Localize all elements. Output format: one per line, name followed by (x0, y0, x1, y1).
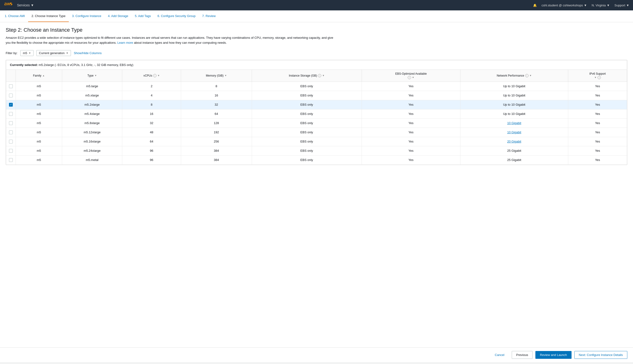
review-launch-button[interactable]: Review and Launch (536, 351, 571, 359)
row-select-cell[interactable] (6, 109, 16, 118)
memory-column-header[interactable]: Memory (GiB) ▼ (181, 70, 252, 82)
network-cell: 25 Gigabit (460, 155, 568, 164)
ebs-info-icon[interactable]: i (408, 76, 411, 79)
table-row[interactable]: m5m5.4xlarge1664EBS onlyYesUp to 10 Giga… (6, 109, 627, 118)
family-filter[interactable]: m5 ▼ (20, 50, 34, 56)
storage-info-icon[interactable]: i (318, 74, 321, 77)
network-cell: 10 Gigabit (460, 118, 568, 128)
network-cell-link[interactable]: 10 Gigabit (507, 121, 521, 125)
page-description: Amazon EC2 provides a wide selection of … (6, 36, 336, 46)
row-checkbox[interactable] (9, 84, 13, 88)
aws-logo[interactable] (4, 2, 13, 8)
show-hide-columns-link[interactable]: Show/Hide Columns (74, 51, 102, 55)
network-cell-link[interactable]: 20 Gigabit (507, 140, 521, 143)
table-row[interactable]: ✓m5m5.2xlarge832EBS onlyYesUp to 10 Giga… (6, 100, 627, 109)
ipv6-cell: Yes (568, 146, 627, 155)
wizard-step-choose-ami[interactable]: 1. Choose AMI (5, 10, 28, 22)
ipv6-info-icon[interactable]: i (598, 76, 601, 79)
row-select-cell[interactable] (6, 155, 16, 164)
row-checkbox[interactable] (9, 121, 13, 125)
vcpus-cell: 8 (122, 100, 181, 109)
row-select-cell[interactable] (6, 146, 16, 155)
cancel-button[interactable]: Cancel (490, 351, 509, 359)
ebs-opt-cell: Yes (362, 100, 460, 109)
vcpus-cell: 64 (122, 137, 181, 146)
ipv6-cell: Yes (568, 155, 627, 164)
network-cell: Up to 10 Gigabit (460, 82, 568, 91)
wizard-step-review[interactable]: 7. Review (199, 10, 219, 22)
instance-type-table: Family ▲ Type ▼ vCPUs i (6, 70, 627, 165)
row-select-cell[interactable] (6, 128, 16, 137)
vcpus-info-icon[interactable]: i (153, 74, 156, 77)
table-row[interactable]: m5m5.12xlarge48192EBS onlyYes10 GigabitY… (6, 128, 627, 137)
family-cell: m5 (16, 91, 62, 100)
memory-sort-icon: ▼ (224, 74, 227, 77)
row-select-cell[interactable] (6, 91, 16, 100)
support-menu[interactable]: Support ▼ (614, 4, 629, 7)
type-cell: m5.metal (62, 155, 122, 164)
next-button[interactable]: Next: Configure Instance Details (574, 351, 627, 359)
wizard-steps: 1. Choose AMI 2. Choose Instance Type 3.… (0, 10, 633, 22)
network-cell: Up to 10 Gigabit (460, 100, 568, 109)
type-cell: m5.2xlarge (62, 100, 122, 109)
type-cell: m5.large (62, 82, 122, 91)
memory-cell: 32 (181, 100, 252, 109)
user-menu[interactable]: cshl.student @ cshlworkshops ▼ (542, 4, 587, 7)
select-all-header (6, 70, 16, 82)
table-row[interactable]: m5m5.24xlarge96384EBS onlyYes25 GigabitY… (6, 146, 627, 155)
currently-selected-value: m5.2xlarge (- ECUs, 8 vCPUs, 3.1 GHz, -,… (38, 63, 133, 67)
type-cell: m5.12xlarge (62, 128, 122, 137)
storage-cell: EBS only (252, 155, 362, 164)
row-select-cell[interactable]: ✓ (6, 100, 16, 109)
vcpus-cell: 16 (122, 109, 181, 118)
vcpus-sort-icon: ▼ (158, 74, 160, 77)
family-cell: m5 (16, 118, 62, 128)
row-checkbox[interactable] (9, 94, 13, 98)
ebs-sort-icon: ▼ (412, 76, 414, 79)
family-cell: m5 (16, 128, 62, 137)
wizard-step-configure-security-group[interactable]: 6. Configure Security Group (154, 10, 199, 22)
generation-filter[interactable]: Current generation ▼ (36, 50, 71, 56)
network-info-icon[interactable]: i (525, 74, 528, 77)
row-select-cell[interactable] (6, 82, 16, 91)
previous-button[interactable]: Previous (512, 351, 533, 359)
storage-cell: EBS only (252, 146, 362, 155)
services-menu[interactable]: Services ▼ (17, 3, 34, 7)
row-checkbox[interactable] (9, 149, 13, 153)
type-column-header[interactable]: Type ▼ (62, 70, 122, 82)
ipv6-sort-icon: ▼ (594, 76, 596, 79)
row-select-cell[interactable] (6, 137, 16, 146)
learn-more-link[interactable]: Learn more (118, 41, 133, 44)
type-cell: m5.8xlarge (62, 118, 122, 128)
region-menu[interactable]: N. Virginia ▼ (592, 4, 610, 7)
row-checkbox[interactable] (9, 158, 13, 162)
vcpus-column-header[interactable]: vCPUs i ▼ (122, 70, 181, 82)
family-sort-icon: ▲ (42, 74, 45, 77)
table-row[interactable]: m5m5.xlarge416EBS onlyYesUp to 10 Gigabi… (6, 91, 627, 100)
row-checkbox[interactable] (9, 112, 13, 116)
table-row[interactable]: m5m5.large28EBS onlyYesUp to 10 GigabitY… (6, 82, 627, 91)
table-row[interactable]: m5m5.16xlarge64256EBS onlyYes20 GigabitY… (6, 137, 627, 146)
row-select-cell[interactable] (6, 118, 16, 128)
row-checkbox-selected[interactable]: ✓ (9, 103, 13, 106)
notification-icon[interactable]: 🔔 (533, 4, 537, 7)
currently-selected-label: Currently selected: (10, 63, 38, 67)
ebs-column-header[interactable]: EBS-Optimized Available i ▼ (362, 70, 460, 82)
row-checkbox[interactable] (9, 140, 13, 144)
wizard-step-configure-instance[interactable]: 3. Configure Instance (69, 10, 105, 22)
memory-cell: 8 (181, 82, 252, 91)
row-checkbox[interactable] (9, 130, 13, 134)
wizard-step-add-storage[interactable]: 4. Add Storage (104, 10, 132, 22)
ipv6-cell: Yes (568, 128, 627, 137)
table-row[interactable]: m5m5.metal96384EBS onlyYes25 GigabitYes (6, 155, 627, 164)
ipv6-column-header[interactable]: IPv6 Support ▼ i (568, 70, 627, 82)
wizard-step-choose-instance-type[interactable]: 2. Choose Instance Type (28, 10, 69, 22)
storage-column-header[interactable]: Instance Storage (GB) i ▼ (252, 70, 362, 82)
network-cell-link[interactable]: 10 Gigabit (507, 130, 521, 134)
wizard-step-add-tags[interactable]: 5. Add Tags (132, 10, 154, 22)
table-row[interactable]: m5m5.8xlarge32128EBS onlyYes10 GigabitYe… (6, 118, 627, 128)
ebs-opt-cell: Yes (362, 155, 460, 164)
family-column-header[interactable]: Family ▲ (16, 70, 62, 82)
network-column-header[interactable]: Network Performance i ▼ (460, 70, 568, 82)
memory-cell: 192 (181, 128, 252, 137)
